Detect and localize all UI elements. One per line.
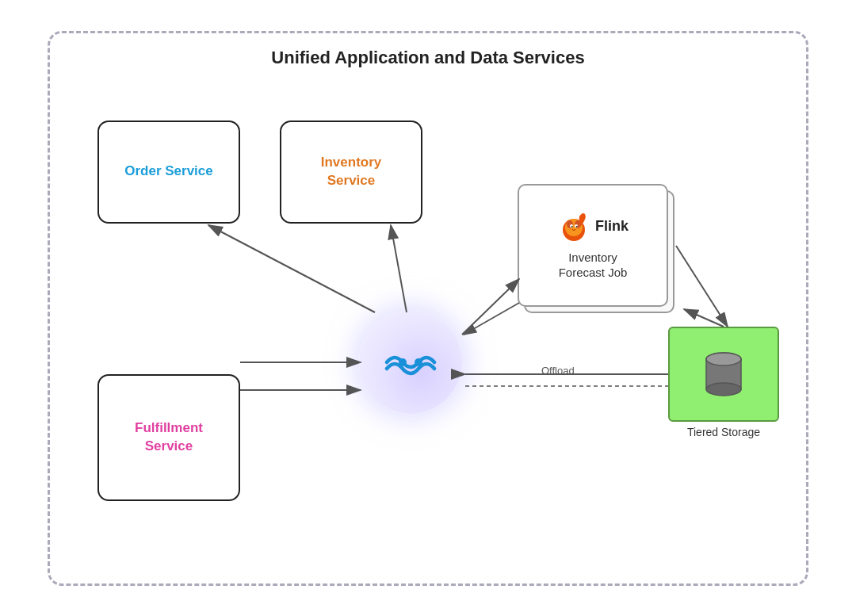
svg-line-18 xyxy=(208,225,375,312)
inventory-service-label: InventoryService xyxy=(321,154,382,189)
order-service-box: Order Service xyxy=(97,121,240,224)
diagram-container: Unified Application and Data Services Or… xyxy=(48,31,808,586)
offload-label: Offload xyxy=(541,365,575,377)
svg-line-20 xyxy=(462,279,519,335)
flink-logo-area: Flink xyxy=(557,210,629,243)
svg-point-13 xyxy=(706,353,741,365)
flink-card-front: Flink InventoryForecast Job xyxy=(518,184,668,307)
flink-logo-icon xyxy=(557,210,590,243)
svg-line-25 xyxy=(676,246,728,327)
flink-job-title: InventoryForecast Job xyxy=(559,250,628,281)
svg-line-21 xyxy=(464,303,519,335)
fulfillment-service-label: FulfillmentService xyxy=(135,419,203,454)
kafka-stream-node xyxy=(359,311,462,414)
fulfillment-service-box: FulfillmentService xyxy=(97,374,240,501)
tiered-storage-box xyxy=(668,327,779,422)
svg-point-8 xyxy=(571,225,573,227)
svg-point-9 xyxy=(576,225,578,227)
svg-line-24 xyxy=(684,309,724,327)
flink-label: Flink xyxy=(595,218,629,235)
svg-point-1 xyxy=(415,358,422,366)
svg-point-12 xyxy=(706,383,741,396)
svg-line-19 xyxy=(391,225,407,312)
kafka-stream-icon xyxy=(379,339,442,386)
svg-point-0 xyxy=(399,358,407,366)
tiered-storage-label: Tiered Storage xyxy=(668,426,779,438)
storage-cylinder-icon xyxy=(704,348,743,400)
diagram-title: Unified Application and Data Services xyxy=(50,48,806,68)
inventory-service-box: InventoryService xyxy=(280,121,422,224)
